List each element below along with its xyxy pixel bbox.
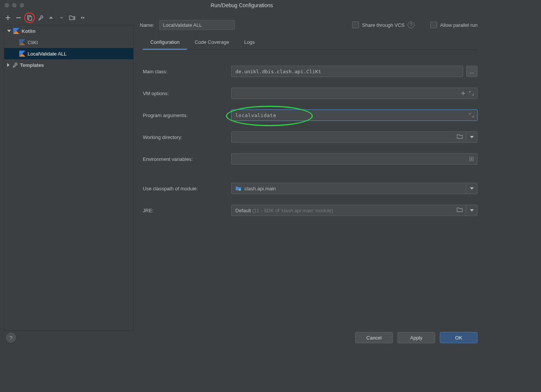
browse-main-class-button[interactable]: ... xyxy=(466,66,478,77)
expand-icon[interactable] xyxy=(468,111,475,119)
wrench-icon xyxy=(12,62,18,68)
edit-config-button[interactable] xyxy=(36,13,45,23)
dropdown-icon[interactable] xyxy=(466,132,477,142)
program-args-label: Program arguments: xyxy=(143,113,231,118)
svg-rect-10 xyxy=(239,189,241,191)
titlebar: Run/Debug Configurations xyxy=(0,0,484,11)
tree-item-label: LocalValidate ALL xyxy=(28,51,66,57)
move-up-button[interactable] xyxy=(46,13,56,23)
cancel-button[interactable]: Cancel xyxy=(355,332,393,343)
tab-code-coverage[interactable]: Code Coverage xyxy=(187,35,236,50)
main-panel: Configuration Code Coverage Logs Main cl… xyxy=(134,25,484,331)
classpath-value: clash.api.main xyxy=(244,186,276,191)
working-dir-input[interactable] xyxy=(231,131,478,143)
help-button[interactable]: ? xyxy=(6,333,16,343)
remove-config-button[interactable] xyxy=(14,13,23,23)
add-vm-option-button[interactable] xyxy=(459,90,467,97)
expand-icon[interactable] xyxy=(468,90,475,97)
disclosure-down-icon xyxy=(7,30,11,32)
copy-config-button[interactable] xyxy=(26,14,33,22)
folder-icon[interactable] xyxy=(457,134,463,140)
module-icon xyxy=(235,186,241,191)
folder-icon[interactable] xyxy=(457,207,463,214)
classpath-select[interactable]: clash.api.main xyxy=(231,183,478,194)
jre-select[interactable]: Default (11 - SDK of 'clash.api.main' mo… xyxy=(231,205,478,216)
env-vars-label: Environment variables: xyxy=(143,156,231,162)
tree-templates-label: Templates xyxy=(20,62,44,68)
configuration-form: Main class: ... VM options: Program argu… xyxy=(143,60,478,221)
more-toolbar-button[interactable] xyxy=(78,13,88,23)
kotlin-icon xyxy=(19,39,25,45)
jre-value: Default (11 - SDK of 'clash.api.main' mo… xyxy=(235,208,333,213)
config-tree: Kotlin CliKt LocalValidate ALL Templates xyxy=(4,25,134,331)
tree-item-clikt[interactable]: CliKt xyxy=(4,37,133,48)
program-args-input[interactable] xyxy=(231,110,478,121)
tree-kotlin-node[interactable]: Kotlin xyxy=(4,25,133,37)
svg-rect-2 xyxy=(29,17,32,20)
tab-configuration[interactable]: Configuration xyxy=(143,35,187,50)
copy-config-highlight xyxy=(24,12,35,23)
tree-item-label: CliKt xyxy=(28,40,38,45)
tree-item-localvalidate[interactable]: LocalValidate ALL xyxy=(4,48,133,59)
classpath-label: Use classpath of module: xyxy=(143,186,231,191)
working-dir-label: Working directory: xyxy=(143,134,231,140)
env-vars-input[interactable] xyxy=(231,153,478,165)
dropdown-icon[interactable] xyxy=(466,205,477,216)
tab-logs[interactable]: Logs xyxy=(236,35,262,50)
jre-label: JRE: xyxy=(143,208,231,213)
dialog-title: Run/Debug Configurations xyxy=(0,2,484,8)
tree-templates-node[interactable]: Templates xyxy=(4,59,133,71)
apply-button[interactable]: Apply xyxy=(397,332,435,343)
main-class-input[interactable] xyxy=(231,66,463,77)
kotlin-icon xyxy=(13,28,19,34)
ok-button[interactable]: OK xyxy=(440,332,478,343)
list-icon[interactable] xyxy=(468,155,475,163)
vm-options-label: VM options: xyxy=(143,91,231,96)
kotlin-icon xyxy=(19,51,25,57)
dialog-footer: ? Cancel Apply OK xyxy=(0,329,484,347)
tabs: Configuration Code Coverage Logs xyxy=(143,35,478,50)
main-class-label: Main class: xyxy=(143,69,231,74)
disclosure-right-icon xyxy=(7,63,9,67)
vm-options-input[interactable] xyxy=(231,88,478,99)
move-down-button[interactable] xyxy=(57,13,66,23)
svg-rect-0 xyxy=(16,17,21,18)
dropdown-icon[interactable] xyxy=(466,183,477,194)
tree-kotlin-label: Kotlin xyxy=(22,28,36,34)
folder-button[interactable] xyxy=(67,13,77,23)
add-config-button[interactable] xyxy=(3,13,13,23)
